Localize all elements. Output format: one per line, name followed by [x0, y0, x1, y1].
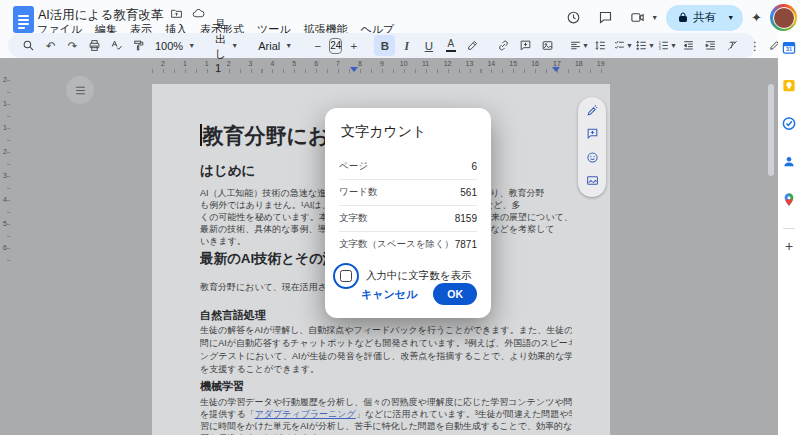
- ruler-number: 5: [283, 60, 305, 67]
- comments-icon[interactable]: [593, 6, 617, 30]
- ruler-number: 5: [0, 220, 10, 244]
- undo-icon[interactable]: ↶: [40, 35, 61, 56]
- highlight-color-icon[interactable]: [462, 35, 483, 56]
- dialog-title: 文字カウント: [325, 108, 491, 141]
- star-icon[interactable]: ☆: [150, 9, 161, 21]
- ruler-number: 16: [524, 60, 546, 67]
- get-add-ons-button[interactable]: +: [785, 238, 793, 254]
- document-outline-button[interactable]: [66, 76, 94, 104]
- keep-icon[interactable]: [782, 78, 797, 97]
- count-value: 8159: [455, 213, 477, 224]
- display-while-typing-checkbox[interactable]: [340, 270, 352, 282]
- ruler-number: 4: [0, 196, 10, 220]
- numbered-list-select[interactable]: 123▼: [656, 35, 677, 56]
- count-value: 7871: [455, 239, 477, 250]
- decrease-indent-icon[interactable]: [678, 35, 699, 56]
- add-comment-icon[interactable]: [586, 126, 599, 144]
- right-indent-marker[interactable]: [552, 67, 560, 72]
- search-menus-icon[interactable]: [18, 35, 39, 56]
- ruler-number: 1: [174, 60, 196, 67]
- ruler-number: 15: [502, 60, 524, 67]
- italic-button[interactable]: I: [396, 35, 417, 56]
- chevron-down-icon: ▼: [651, 14, 658, 21]
- ruler-number: 1: [0, 124, 10, 148]
- vertical-ruler: 21123456: [0, 76, 10, 268]
- maps-icon[interactable]: [782, 192, 797, 211]
- chevron-down-icon: ▼: [626, 42, 633, 49]
- count-label: 文字数: [339, 212, 368, 225]
- tasks-icon[interactable]: [782, 116, 797, 135]
- lock-icon: [678, 12, 688, 23]
- ruler-number: 10: [393, 60, 415, 67]
- underline-button[interactable]: U: [418, 35, 439, 56]
- ruler-number: 13: [458, 60, 480, 67]
- count-value: 6: [471, 161, 477, 172]
- checklist-select[interactable]: ▼: [612, 35, 633, 56]
- text-line: を提供する「アダプティブラーニング」などに活用されています。³生徒が間違えた問題…: [200, 408, 572, 420]
- contacts-icon[interactable]: [782, 154, 797, 173]
- zoom-select[interactable]: 100%▼: [150, 40, 200, 52]
- ruler-number: 1: [0, 100, 10, 124]
- add-comment-icon[interactable]: [515, 35, 536, 56]
- more-toolbar-icon[interactable]: ⋮: [744, 35, 765, 56]
- ok-button[interactable]: OK: [433, 283, 477, 305]
- video-call-button[interactable]: ▼: [625, 6, 658, 30]
- ruler-number: 11: [415, 60, 437, 67]
- ruler-number: 18: [568, 60, 590, 67]
- ruler-number: 7: [327, 60, 349, 67]
- move-folder-icon[interactable]: [170, 6, 183, 24]
- text-line: 生徒の学習データや行動履歴を分析し、個々の習熟度や理解度に応じた学習コンテンツや…: [200, 396, 572, 408]
- cloud-status-icon[interactable]: [192, 6, 205, 24]
- share-menu-caret[interactable]: ▼: [723, 5, 743, 31]
- calendar-icon[interactable]: 31: [782, 40, 797, 59]
- chevron-down-icon: ▼: [285, 42, 292, 49]
- insert-link-icon[interactable]: [493, 35, 514, 56]
- adaptive-learning-link[interactable]: アダプティブラーニング: [255, 409, 356, 419]
- left-indent-marker[interactable]: [350, 67, 358, 72]
- share-button[interactable]: 共有 ▼: [666, 5, 743, 31]
- smart-compose-pencil-icon[interactable]: [586, 103, 599, 121]
- decrease-font-size-button[interactable]: −: [307, 35, 328, 56]
- chevron-down-icon: ▼: [670, 42, 677, 49]
- ruler-number: 2: [0, 76, 10, 100]
- emoji-reaction-icon[interactable]: [586, 150, 599, 168]
- ruler-number: 8: [349, 60, 371, 67]
- svg-text:3: 3: [659, 47, 661, 51]
- increase-font-size-button[interactable]: +: [343, 35, 364, 56]
- align-select[interactable]: ▼: [568, 35, 589, 56]
- version-history-icon[interactable]: [561, 6, 585, 30]
- docs-logo-icon[interactable]: [13, 6, 34, 33]
- vertical-scrollbar[interactable]: [768, 84, 774, 176]
- bold-button[interactable]: B: [374, 35, 395, 56]
- gemini-sparkle-icon[interactable]: ✦: [751, 10, 762, 25]
- checkbox-focus-ring: [333, 263, 359, 289]
- spellcheck-icon[interactable]: [106, 35, 127, 56]
- doc-paragraph: 生徒の解答をAIが理解し、自動採点やフィードバックを行うことができます。また、生…: [200, 324, 572, 376]
- print-icon[interactable]: [84, 35, 105, 56]
- ruler-number: 12: [437, 60, 459, 67]
- suggest-image-icon[interactable]: [586, 173, 599, 191]
- bulleted-list-select[interactable]: ▼: [634, 35, 655, 56]
- text-color-button[interactable]: A: [440, 35, 461, 56]
- doc-heading-ml: 機械学習: [200, 379, 572, 394]
- redo-icon[interactable]: ↷: [62, 35, 83, 56]
- text-line: を支援することができます。: [200, 363, 572, 376]
- chevron-down-icon: ▼: [188, 42, 195, 49]
- ruler-number: 3: [0, 172, 10, 196]
- line-spacing-icon[interactable]: [590, 35, 611, 56]
- ruler-number: 4: [261, 60, 283, 67]
- ruler-number: 6: [305, 60, 327, 67]
- account-avatar[interactable]: [770, 4, 797, 31]
- paint-format-icon[interactable]: [128, 35, 149, 56]
- chevron-down-icon: ▼: [648, 42, 655, 49]
- font-select[interactable]: Arial▼: [253, 40, 297, 52]
- increase-indent-icon[interactable]: [700, 35, 721, 56]
- insert-image-icon[interactable]: [537, 35, 558, 56]
- text-line: 生徒の解答をAIが理解し、自動採点やフィードバックを行うことができます。また、生…: [200, 324, 572, 337]
- paragraph-style-select[interactable]: 見出し 1▼: [210, 17, 243, 74]
- font-size-input[interactable]: 24: [329, 38, 342, 54]
- count-value: 561: [460, 187, 477, 198]
- clear-formatting-icon[interactable]: [722, 35, 743, 56]
- cancel-button[interactable]: キャンセル: [361, 287, 417, 302]
- count-label: 文字数（スペースを除く）: [339, 238, 454, 251]
